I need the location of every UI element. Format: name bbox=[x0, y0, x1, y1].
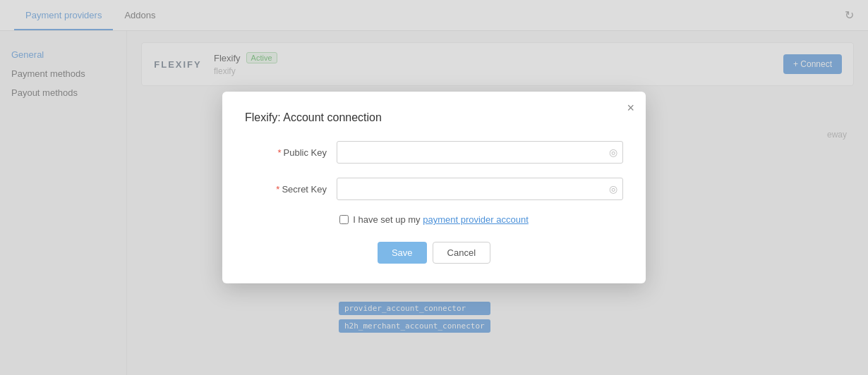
modal-actions: Save Cancel bbox=[245, 242, 623, 264]
page-background: Payment providers Addons ↻ General Payme… bbox=[0, 0, 868, 375]
secret-key-eye-icon[interactable]: ◎ bbox=[609, 183, 617, 195]
secret-key-input[interactable] bbox=[337, 178, 623, 200]
required-star-secret: * bbox=[276, 184, 279, 195]
cancel-button[interactable]: Cancel bbox=[433, 242, 490, 264]
save-button[interactable]: Save bbox=[378, 242, 427, 264]
payment-provider-account-link[interactable]: payment provider account bbox=[423, 214, 529, 225]
modal-title: Flexify: Account connection bbox=[245, 111, 623, 124]
modal-dialog: Flexify: Account connection × *Public Ke… bbox=[222, 92, 646, 283]
public-key-label: *Public Key bbox=[245, 147, 337, 158]
secret-key-input-wrap: ◎ bbox=[337, 178, 623, 200]
public-key-input-wrap: ◎ bbox=[337, 141, 623, 164]
secret-key-label: *Secret Key bbox=[245, 184, 337, 195]
account-confirmation-checkbox[interactable] bbox=[339, 215, 349, 224]
account-confirmation-row: I have set up my payment provider accoun… bbox=[245, 214, 623, 225]
public-key-input[interactable] bbox=[337, 141, 623, 164]
secret-key-row: *Secret Key ◎ bbox=[245, 178, 623, 200]
account-confirmation-label: I have set up my payment provider accoun… bbox=[353, 214, 529, 225]
public-key-row: *Public Key ◎ bbox=[245, 141, 623, 164]
public-key-eye-icon[interactable]: ◎ bbox=[609, 147, 617, 158]
required-star-public: * bbox=[278, 147, 282, 158]
modal-close-button[interactable]: × bbox=[627, 102, 634, 114]
modal-overlay: Flexify: Account connection × *Public Ke… bbox=[0, 0, 868, 375]
